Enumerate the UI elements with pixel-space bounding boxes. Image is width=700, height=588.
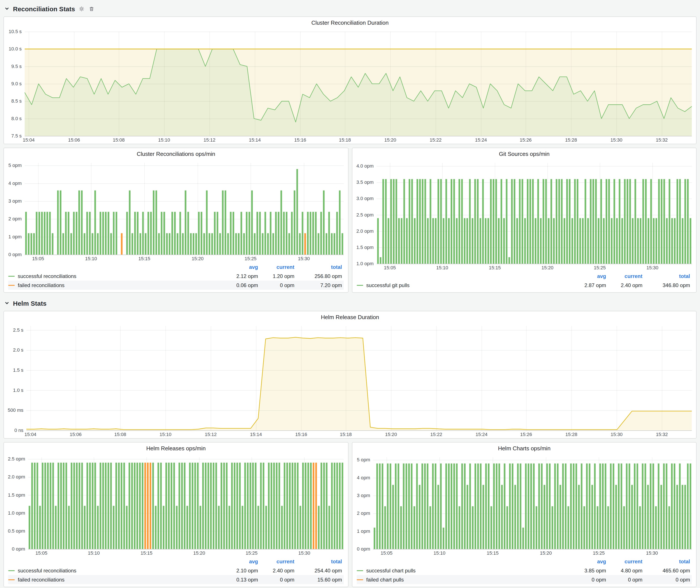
stat-avg: 2.87 opm <box>571 282 608 288</box>
svg-text:15:05: 15:05 <box>32 256 44 261</box>
svg-text:2.0 s: 2.0 s <box>13 347 23 353</box>
legend-series-label[interactable]: successful reconciliations <box>8 273 223 279</box>
svg-text:10.5 s: 10.5 s <box>9 29 22 34</box>
git-sources-chart[interactable]: 1.0 opm1.5 opm2.0 opm2.5 opm3.0 opm3.5 o… <box>352 160 696 271</box>
legend: avg current total successful chart pulls… <box>352 557 696 587</box>
svg-text:15:30: 15:30 <box>610 137 622 143</box>
svg-text:15:30: 15:30 <box>646 550 658 556</box>
svg-text:15:20: 15:20 <box>540 550 552 556</box>
legend-header-total[interactable]: total <box>644 273 692 279</box>
series-color-dash <box>8 570 15 571</box>
svg-text:2.0 opm: 2.0 opm <box>8 474 25 480</box>
legend-header-current[interactable]: current <box>608 273 644 279</box>
svg-text:15:24: 15:24 <box>475 137 487 143</box>
svg-text:15:08: 15:08 <box>114 432 126 437</box>
svg-text:15:20: 15:20 <box>384 137 396 143</box>
legend-series-label[interactable]: successful chart pulls <box>357 567 571 573</box>
legend-row: successful chart pulls 3.85 opm 4.80 opm… <box>357 566 692 575</box>
legend: avg current total successful git pulls 2… <box>352 271 696 292</box>
svg-text:0 opm: 0 opm <box>357 546 370 552</box>
svg-text:2.5 opm: 2.5 opm <box>356 212 374 218</box>
legend-header-current[interactable]: current <box>260 264 296 270</box>
svg-text:15:28: 15:28 <box>565 432 577 437</box>
chevron-down-icon[interactable] <box>4 300 10 306</box>
svg-text:15:18: 15:18 <box>339 137 351 143</box>
svg-text:15:05: 15:05 <box>381 550 392 556</box>
svg-text:15:12: 15:12 <box>205 432 217 437</box>
helm-charts-chart[interactable]: 0 opm1 opm2 opm3 opm4 opm5 opm15:0515:10… <box>352 455 696 557</box>
panel-title[interactable]: Helm Release Duration <box>4 311 696 323</box>
legend-header-row: avg current total <box>8 262 344 271</box>
legend-series-label[interactable]: failed reconciliations <box>8 282 223 288</box>
svg-text:15:08: 15:08 <box>113 137 125 143</box>
svg-text:1 opm: 1 opm <box>8 234 22 239</box>
cluster-reconciliations-chart[interactable]: 0 opm1 opm2 opm3 opm4 opm5 opm15:0515:10… <box>4 160 348 262</box>
stat-current: 0 opm <box>608 577 644 583</box>
legend-row: successful reconciliations 2.10 opm 2.40… <box>8 566 344 575</box>
legend-header-avg[interactable]: avg <box>571 273 608 279</box>
section-delete-button[interactable] <box>89 5 95 12</box>
svg-text:15:22: 15:22 <box>430 432 442 437</box>
chevron-down-icon[interactable] <box>4 6 10 11</box>
legend-header-avg[interactable]: avg <box>571 558 608 564</box>
legend-header-total[interactable]: total <box>644 558 692 564</box>
stat-current: 0 opm <box>260 577 296 583</box>
series-color-dash <box>357 285 363 286</box>
svg-text:15:25: 15:25 <box>245 256 256 261</box>
svg-text:15:14: 15:14 <box>250 432 262 437</box>
svg-text:15:26: 15:26 <box>520 432 532 437</box>
panel-title[interactable]: Helm Charts ops/min <box>352 443 696 455</box>
legend-header-row: avg current total <box>357 557 692 566</box>
legend-header-total[interactable]: total <box>296 558 344 564</box>
helm-releases-chart[interactable]: 0 opm0.5 opm1.0 opm1.5 opm2.0 opm2.5 opm… <box>4 455 348 557</box>
panel-title[interactable]: Git Sources ops/min <box>352 148 696 160</box>
svg-text:15:10: 15:10 <box>434 550 445 556</box>
svg-text:1.0 s: 1.0 s <box>13 388 23 393</box>
legend-series-label[interactable]: successful reconciliations <box>8 567 223 573</box>
panel-git-sources-opm: Git Sources ops/min 1.0 opm1.5 opm2.0 op… <box>352 148 697 293</box>
stat-total: 346.80 opm <box>644 282 692 288</box>
svg-text:1.0 opm: 1.0 opm <box>8 510 25 516</box>
section-header-reconciliation-stats[interactable]: Reconciliation Stats <box>4 3 697 14</box>
legend-series-label[interactable]: successful git pulls <box>357 282 571 288</box>
panel-title[interactable]: Helm Releases ops/min <box>4 443 348 455</box>
helm-release-duration-chart[interactable]: 0 ns500 ms1.0 s1.5 s2.0 s2.5 s15:0415:06… <box>4 323 696 438</box>
svg-text:15:15: 15:15 <box>489 265 501 270</box>
legend-header-total[interactable]: total <box>296 264 344 270</box>
legend-header-current[interactable]: current <box>608 558 644 564</box>
legend-row: successful reconciliations 2.12 opm 1.20… <box>8 271 344 281</box>
panel-cluster-reconciliations-opm: Cluster Reconciliations ops/min 0 opm1 o… <box>3 148 348 293</box>
panel-title[interactable]: Cluster Reconciliations ops/min <box>4 148 348 160</box>
section-header-helm-stats[interactable]: Helm Stats <box>4 298 697 308</box>
svg-text:15:20: 15:20 <box>542 265 553 270</box>
svg-text:1 opm: 1 opm <box>357 528 370 534</box>
series-name: successful reconciliations <box>18 567 76 573</box>
legend: avg current total successful reconciliat… <box>4 262 348 292</box>
stat-total: 465.60 opm <box>644 567 692 573</box>
svg-text:15:25: 15:25 <box>246 550 258 556</box>
stat-current: 2.40 opm <box>608 282 644 288</box>
svg-text:3.0 opm: 3.0 opm <box>356 196 374 201</box>
svg-text:15:30: 15:30 <box>646 265 658 270</box>
section-title: Helm Stats <box>13 299 47 307</box>
svg-text:15:24: 15:24 <box>476 432 487 437</box>
legend-series-label[interactable]: failed reconciliations <box>8 577 223 583</box>
legend-series-label[interactable]: failed chart pulls <box>357 577 571 583</box>
stat-avg: 2.12 opm <box>223 273 260 279</box>
legend-header-current[interactable]: current <box>260 558 296 564</box>
svg-text:15:16: 15:16 <box>295 432 307 437</box>
stat-total: 0 opm <box>644 577 692 583</box>
cluster-reconciliation-duration-chart[interactable]: 7.5 s8.0 s8.5 s9.0 s9.5 s10.0 s10.5 s15:… <box>4 29 696 144</box>
legend-header-avg[interactable]: avg <box>223 558 260 564</box>
svg-text:4 opm: 4 opm <box>357 475 370 480</box>
svg-text:15:06: 15:06 <box>68 137 80 143</box>
stat-total: 256.80 opm <box>296 273 344 279</box>
svg-text:15:28: 15:28 <box>565 137 577 143</box>
series-name: failed reconciliations <box>18 282 65 288</box>
svg-text:1.5 opm: 1.5 opm <box>356 245 374 250</box>
legend-header-avg[interactable]: avg <box>223 264 260 270</box>
panel-title[interactable]: Cluster Reconciliation Duration <box>4 17 696 29</box>
section-settings-button[interactable] <box>79 5 85 12</box>
svg-text:2 opm: 2 opm <box>8 216 22 221</box>
series-color-dash <box>8 285 15 286</box>
